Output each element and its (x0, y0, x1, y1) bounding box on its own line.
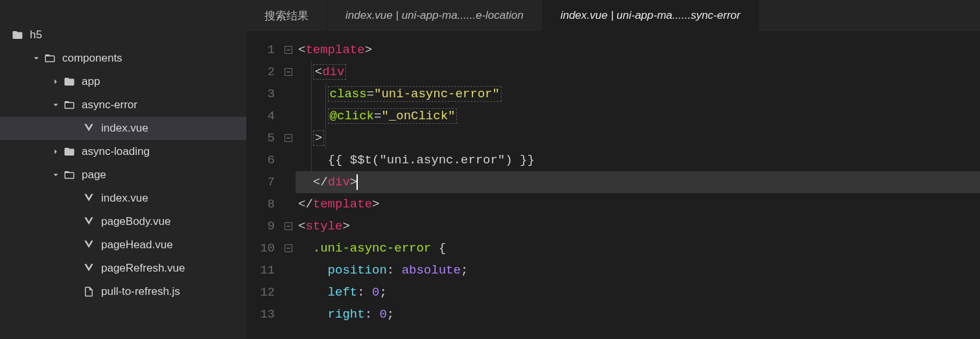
tree-item-label: page (82, 169, 106, 181)
twisty-none (70, 216, 80, 227)
chevron-down-icon[interactable] (51, 170, 61, 180)
tree-item-label: app (82, 75, 100, 88)
line-number-gutter: 12345678910111213 (246, 31, 281, 339)
twisty-none (70, 193, 80, 204)
fold-gutter (281, 31, 296, 339)
folder-icon (12, 29, 23, 41)
fold-toggle[interactable] (281, 61, 296, 83)
line-number: 9 (246, 215, 281, 237)
tree-item[interactable]: pull-to-refresh.js (0, 280, 246, 303)
file-tree: h5 componentsappasync-errorindex.vueasyn… (0, 0, 246, 339)
twisty-none (70, 123, 80, 134)
tree-item[interactable]: pageHead.vue (0, 233, 246, 257)
js-icon (83, 286, 95, 298)
tree-item-label: pageBody.vue (101, 215, 170, 228)
tree-item-label: async-loading (82, 145, 150, 158)
twisty-none (70, 240, 80, 250)
fold-empty (281, 149, 296, 171)
tree-item[interactable]: components (0, 47, 246, 70)
tree-item-label: index.vue (101, 192, 148, 205)
tree-item[interactable]: async-loading (0, 140, 246, 163)
folder-icon (64, 76, 75, 88)
twisty-none (70, 263, 80, 274)
tab-bar: 搜索结果 index.vue | uni-app-ma......e-locat… (246, 0, 980, 31)
fold-empty (281, 105, 296, 127)
chevron-down-icon[interactable] (51, 100, 61, 110)
folder-icon (64, 146, 75, 158)
fold-toggle[interactable] (281, 215, 296, 237)
line-number: 10 (246, 237, 281, 259)
line-number: 12 (246, 281, 281, 303)
fold-toggle[interactable] (281, 127, 296, 149)
fold-empty (281, 281, 296, 303)
code-lines[interactable]: <template> <div class="uni-async-error" … (296, 31, 980, 339)
vue-icon (83, 193, 95, 204)
line-number: 7 (246, 171, 281, 193)
vue-icon (83, 216, 95, 228)
line-number: 1 (246, 39, 281, 61)
tab-label: index.vue | uni-app-ma......sync-error (561, 9, 740, 22)
code-editor[interactable]: 12345678910111213 <template> <div class=… (246, 31, 980, 339)
tree-item[interactable]: index.vue (0, 117, 246, 140)
tree-item[interactable]: pageBody.vue (0, 210, 246, 233)
folder-open-icon (64, 169, 75, 181)
tree-item-label: pageRefresh.vue (101, 262, 185, 275)
twisty-none (70, 286, 80, 297)
tree-item[interactable]: pageRefresh.vue (0, 257, 246, 280)
chevron-right-icon[interactable] (51, 76, 61, 87)
tree-item-label: async-error (82, 99, 137, 111)
tab-file-active[interactable]: index.vue | uni-app-ma......sync-error (542, 0, 759, 31)
tree-root-label: h5 (30, 29, 42, 41)
vue-icon (83, 123, 95, 134)
line-number: 3 (246, 83, 281, 105)
line-number: 4 (246, 105, 281, 127)
tree-item-label: pull-to-refresh.js (101, 285, 180, 298)
tab-label: 搜索结果 (264, 8, 309, 23)
line-number: 8 (246, 193, 281, 215)
chevron-down-icon[interactable] (31, 53, 41, 64)
fold-empty (281, 303, 296, 325)
tree-item-label: index.vue (101, 122, 148, 135)
tab-label: index.vue | uni-app-ma......e-location (345, 9, 524, 22)
fold-empty (281, 259, 296, 281)
vue-icon (83, 239, 95, 251)
line-number: 13 (246, 303, 281, 325)
line-number: 5 (246, 127, 281, 149)
fold-empty (281, 193, 296, 215)
line-number: 11 (246, 259, 281, 281)
tree-root[interactable]: h5 (0, 23, 246, 47)
line-number: 2 (246, 61, 281, 83)
chevron-right-icon[interactable] (51, 146, 61, 157)
vue-icon (83, 263, 95, 274)
folder-open-icon (64, 99, 75, 111)
tree-item[interactable]: async-error (0, 93, 246, 117)
fold-toggle[interactable] (281, 237, 296, 259)
fold-toggle[interactable] (281, 39, 296, 61)
tab-search-results[interactable]: 搜索结果 (246, 0, 327, 31)
tree-item-label: components (62, 52, 122, 65)
tree-item[interactable]: index.vue (0, 187, 246, 210)
fold-empty (281, 83, 296, 105)
tab-file-1[interactable]: index.vue | uni-app-ma......e-location (327, 0, 542, 31)
tree-item[interactable]: page (0, 163, 246, 187)
cursor (356, 174, 358, 190)
folder-open-icon (44, 53, 56, 64)
line-number: 6 (246, 149, 281, 171)
fold-empty (281, 171, 296, 193)
editor-area: 搜索结果 index.vue | uni-app-ma......e-locat… (246, 0, 980, 339)
tree-item[interactable]: app (0, 70, 246, 93)
tree-item-label: pageHead.vue (101, 239, 173, 251)
